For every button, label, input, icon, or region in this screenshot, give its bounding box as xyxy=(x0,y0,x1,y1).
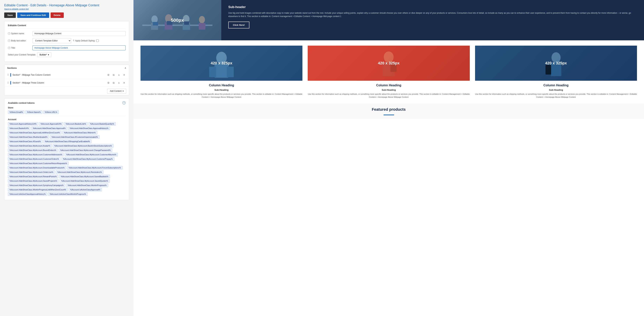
section-copy-button[interactable]: ⧉ xyxy=(112,81,116,85)
token-tag[interactable]: %Account.HideShowClass.IfCustomerImperso… xyxy=(50,135,100,139)
token-tag[interactable]: %Account.HideShowClass.MyAccount.Symphon… xyxy=(8,184,65,187)
title-help-icon[interactable]: ? xyxy=(8,47,10,49)
preview-col-1: 420 x 325px Column Heading Sub-Heading U… xyxy=(140,46,302,98)
tokens-section: Available context tokens ? Store %Store.… xyxy=(4,98,129,200)
token-tag[interactable]: %Store.Email% xyxy=(8,110,24,114)
token-tag[interactable]: %Account.HideShowClass.MyAccount.BackInS… xyxy=(53,144,114,148)
col-2-text: Use this section for information such as… xyxy=(308,93,470,98)
section-item: ⠿ Section* - Midpage Two Column Content … xyxy=(4,71,129,79)
token-tag[interactable]: %Store.URL% xyxy=(43,110,59,114)
template-row: Select your Content Template Builder* ▾ xyxy=(8,52,126,57)
back-link[interactable]: (back to editable content list) xyxy=(4,8,129,10)
col-1-size-label: 420 x 325px xyxy=(210,61,232,65)
preview-cta-button[interactable]: Click Here! xyxy=(228,21,250,28)
token-tag[interactable]: %Account.HideShowClass.MyAccount.Custome… xyxy=(65,153,118,156)
card-title: Editable Content xyxy=(8,24,126,28)
section-up-button[interactable]: ∧ xyxy=(117,81,121,85)
token-tag[interactable]: %Account.BasketLink% xyxy=(64,122,88,126)
preview-col-3: 420 x 325px Column Heading Sub-Heading U… xyxy=(475,46,637,98)
token-tag[interactable]: %Account.HideShowClass.MyAccount.Downloa… xyxy=(8,166,66,170)
token-tag[interactable]: %Account.BasketUrl% xyxy=(8,126,30,130)
chevron-down-icon: ▾ xyxy=(48,53,49,56)
token-tag[interactable]: %Account.IsActiveClassWorkInProgress% xyxy=(48,192,88,196)
col-2-subheading: Sub-Heading xyxy=(308,89,470,91)
section-delete-button[interactable]: ✕ xyxy=(122,81,126,85)
svg-rect-9 xyxy=(153,22,158,25)
token-tag[interactable]: %Account.HideShowClass.WorkInProgress% xyxy=(66,184,108,187)
section-up-button[interactable]: ∧ xyxy=(117,73,121,77)
section-actions: ⚙ ⧉ ∧ ✕ xyxy=(106,81,126,85)
token-tag[interactable]: %Account.HideShowClass.ApprovalLinkWhenZ… xyxy=(8,131,62,134)
apply-styling-help-icon[interactable]: ? xyxy=(73,39,74,42)
system-name-help-icon[interactable]: ? xyxy=(8,32,10,35)
token-tag[interactable]: %Account.HideShowClass.ApprovalHistory% xyxy=(68,126,110,130)
template-select-button[interactable]: Builder* ▾ xyxy=(37,52,51,57)
token-tag[interactable]: %Account.HideShowClass.IfAuthenticated% xyxy=(8,135,49,139)
token-tag[interactable]: %Account.HideShowClass.MyAccount.BoundOr… xyxy=(8,148,58,152)
tokens-title: Available context tokens xyxy=(8,102,34,104)
col-2-image: 420 x 325px xyxy=(308,46,470,81)
svg-rect-14 xyxy=(209,67,216,77)
token-tag[interactable]: %Account.HideShowClass.IfGuest% xyxy=(8,140,42,143)
delete-button[interactable]: Delete xyxy=(50,12,64,18)
svg-point-7 xyxy=(199,16,205,23)
body-editor-select[interactable]: Content Template Editor xyxy=(32,38,71,43)
section-item: ⠿ Section* - Midpage Three Column ⚙ ⧉ ∧ … xyxy=(4,79,129,87)
token-tag[interactable]: %Account.HideShowClass.MyAccount.Reminde… xyxy=(56,170,104,174)
token-tag[interactable]: %Account.HideShowClass.MyAccount.SavedBa… xyxy=(59,175,110,178)
drag-icon[interactable]: ⠿ xyxy=(7,73,9,76)
token-tag[interactable]: %Account.HideShowClass.WorkInProgressLin… xyxy=(8,188,68,191)
token-tag[interactable]: %Account.IsActiveClassApprovalHistory% xyxy=(8,192,47,196)
token-tag[interactable]: %Account.HideShowClass.IfAdmin% xyxy=(62,131,97,134)
col-3-image: 420 x 325px xyxy=(475,46,637,81)
store-group-title: Store xyxy=(8,106,126,109)
token-tag[interactable]: %Store.Name% xyxy=(25,110,42,114)
featured-title: Featured products xyxy=(140,107,637,112)
tokens-help-icon[interactable]: ? xyxy=(122,101,126,104)
sections-collapse-icon[interactable]: ∧ xyxy=(124,66,126,69)
template-label: Select your Content Template xyxy=(8,53,36,56)
save-button[interactable]: Save xyxy=(4,12,16,18)
drag-icon[interactable]: ⠿ xyxy=(7,81,9,84)
toolbar: Save Save and Continue Edit Delete xyxy=(4,12,129,18)
system-name-input[interactable] xyxy=(32,31,126,36)
save-continue-button[interactable]: Save and Continue Edit xyxy=(17,12,49,18)
token-tag[interactable]: %Account.HideShowClass.MyAccount.RewardP… xyxy=(8,175,58,178)
token-tag[interactable]: %Account.HideShowClass.IfShoppingCartEna… xyxy=(44,140,92,143)
token-tag[interactable]: %Account.HideShowClass.MyAccount.Custome… xyxy=(8,157,60,161)
token-tag[interactable]: %Account.HideShowClass.MyAccount.ChangeP… xyxy=(59,148,112,152)
token-tag[interactable]: %Account.HideShowClass.MyAccount.Custome… xyxy=(8,153,64,156)
preview-hero-image: 500px xyxy=(134,0,221,40)
token-tag[interactable]: %Account.IsActiveClassApproval% xyxy=(69,188,102,191)
token-tag[interactable]: %Account.HideShowClass.MyAccount.Custome… xyxy=(8,162,69,165)
editable-content-card: Editable Content ? System name: ? Body t… xyxy=(4,21,129,62)
sections-title: Sections xyxy=(7,67,17,69)
token-tag[interactable]: %Account.HideShowClass.MyAccount.SavedPr… xyxy=(8,179,59,183)
token-tag[interactable]: %Account.HideShowClass.Approval% xyxy=(31,126,67,130)
token-tag[interactable]: %Account.HideShowClass.MyAccount.Avatar% xyxy=(8,144,52,148)
section-copy-button[interactable]: ⧉ xyxy=(112,73,116,77)
col-1-heading: Column Heading xyxy=(140,83,302,87)
col-3-subheading: Sub-Heading xyxy=(475,89,637,91)
section-settings-button[interactable]: ⚙ xyxy=(106,73,110,77)
title-input[interactable] xyxy=(32,45,126,50)
apply-styling-checkbox[interactable] xyxy=(96,39,99,42)
token-tag[interactable]: %Account.HideShowClass.MyAccount.SavedQu… xyxy=(60,179,110,183)
sections-header: Sections ∧ xyxy=(4,64,129,71)
svg-rect-13 xyxy=(214,64,228,78)
preview-cols-grid: 420 x 325px Column Heading Sub-Heading U… xyxy=(140,46,637,98)
body-editor-row: ? Body text editor: Content Template Edi… xyxy=(8,38,126,43)
token-tag[interactable]: %Account.ApprovalUrl% xyxy=(39,122,63,126)
section-bar xyxy=(10,81,11,85)
token-tag[interactable]: %Account.HideShowClass.MyAccount.ForumSu… xyxy=(67,166,122,170)
body-editor-help-icon[interactable]: ? xyxy=(8,39,10,42)
token-tag[interactable]: %Account.BasketQuantity% xyxy=(88,122,116,126)
preview-hero-text: Use big and bold images combined with de… xyxy=(228,11,637,18)
token-tag[interactable]: %Account.ApprovalHistoryUrl% xyxy=(8,122,38,126)
account-group-title: Account xyxy=(8,118,126,121)
token-tag[interactable]: %Account.HideShowClass.MyAccount.Custome… xyxy=(62,157,114,161)
section-delete-button[interactable]: ✕ xyxy=(122,73,126,77)
section-settings-button[interactable]: ⚙ xyxy=(106,81,110,85)
add-content-button[interactable]: Add Content ▾ xyxy=(107,89,126,93)
token-tag[interactable]: %Account.HideShowClass.MyAccount.OrderLi… xyxy=(8,170,55,174)
